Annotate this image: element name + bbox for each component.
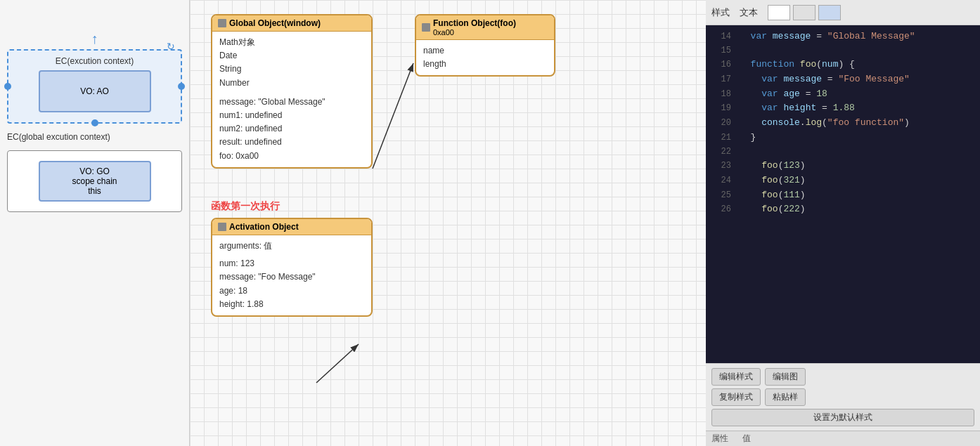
- line-number: 25: [710, 189, 731, 202]
- function-object-header: Function Object(foo) 0xa00: [416, 15, 554, 40]
- code-line: 20 console.log("foo function"): [706, 116, 980, 131]
- vo-go-line3: this: [44, 186, 146, 196]
- line-number: 26: [710, 203, 731, 216]
- bottom-bar: 属性 值: [706, 431, 980, 446]
- right-top-toolbar: 样式 文本: [706, 0, 980, 25]
- code-line: 15: [706, 44, 980, 58]
- global-object-header: Global Object(window): [212, 15, 371, 32]
- toolbar-row-2: 复制样式 粘贴样: [711, 388, 974, 406]
- color-swatch-light-gray[interactable]: [793, 5, 815, 20]
- line-number: 24: [710, 174, 731, 188]
- collapse-icon[interactable]: [218, 19, 226, 27]
- vo-ao-label: VO: AO: [80, 86, 109, 96]
- activation-object-node[interactable]: Activation Object arguments: 值 num: 123 …: [211, 218, 373, 317]
- line-number: 19: [710, 102, 731, 115]
- edit-diagram-button[interactable]: 编辑图: [765, 368, 806, 386]
- line-number: 22: [710, 145, 731, 159]
- line-number: 18: [710, 88, 731, 101]
- activation-object-header: Activation Object: [212, 219, 371, 235]
- code-editor: 14 var message = "Global Message"1516 fu…: [706, 25, 980, 363]
- code-line: 26 foo(222): [706, 202, 980, 217]
- arrow-up-icon: ↑: [91, 31, 98, 47]
- go-line-7: num2: undefined: [219, 122, 364, 136]
- code-text: var message = "Foo Message": [740, 72, 910, 87]
- global-object-body: Math对象 Date String Number message: "Glob…: [212, 32, 371, 167]
- svg-line-2: [316, 344, 359, 383]
- go-line-4: Number: [219, 77, 364, 90]
- right-bottom-toolbar: 编辑样式 编辑图 复制样式 粘贴样 设置为默认样式: [706, 363, 980, 431]
- line-number: 21: [710, 131, 731, 145]
- code-text: var height = 1.88: [740, 101, 855, 116]
- canvas-panel[interactable]: Global Object(window) Math对象 Date String…: [190, 0, 706, 446]
- line-number: 17: [710, 73, 731, 86]
- line-number: 16: [710, 58, 731, 72]
- copy-style-button[interactable]: 复制样式: [711, 388, 761, 406]
- attr-label: 属性: [711, 433, 728, 445]
- set-default-style-button[interactable]: 设置为默认样式: [711, 409, 974, 426]
- go-line-1: Math对象: [219, 36, 364, 49]
- ec-global-label: EC(global excution context): [7, 132, 182, 142]
- line-number: 15: [710, 44, 731, 58]
- vo-ao-box: VO: AO: [39, 70, 151, 112]
- activation-object-title: Activation Object: [229, 222, 299, 232]
- fo-line-1: name: [423, 44, 547, 58]
- style-label: 样式: [711, 6, 730, 19]
- dot-bottom: [91, 119, 98, 126]
- first-exec-label: 函数第一次执行: [211, 200, 280, 213]
- ec-context-box: ↑ ↻ EC(excution context) VO: AO: [7, 49, 182, 124]
- ao-line-2: num: 123: [219, 257, 364, 270]
- code-text: console.log("foo function"): [740, 116, 910, 131]
- go-line-5: message: "Global Message": [219, 96, 364, 109]
- code-line: 17 var message = "Foo Message": [706, 72, 980, 87]
- code-line: 24 foo(321): [706, 173, 980, 188]
- code-line: 19 var height = 1.88: [706, 101, 980, 116]
- code-line: 18 var age = 18: [706, 87, 980, 102]
- ec-global-box: VO: GO scope chain this: [7, 150, 182, 212]
- go-line-3: String: [219, 63, 364, 76]
- code-line: 16 function foo(num) {: [706, 58, 980, 72]
- toolbar-row-3: 设置为默认样式: [711, 409, 974, 426]
- function-object-body: name length: [416, 40, 554, 75]
- code-line: 25 foo(111): [706, 188, 980, 203]
- code-text: foo(123): [740, 159, 806, 173]
- toolbar-row-1: 编辑样式 编辑图: [711, 368, 974, 386]
- value-label: 值: [742, 433, 751, 445]
- vo-go-box: VO: GO scope chain this: [39, 161, 151, 202]
- code-line: 14 var message = "Global Message": [706, 29, 980, 44]
- text-label: 文本: [740, 6, 758, 19]
- activation-object-body: arguments: 值 num: 123 message: "Foo Mess…: [212, 235, 371, 315]
- left-panel: ↑ ↻ EC(excution context) VO: AO EC(globa…: [0, 0, 190, 446]
- go-line-9: foo: 0xa00: [219, 150, 364, 163]
- code-line: 22: [706, 145, 980, 159]
- global-object-title: Global Object(window): [229, 18, 321, 28]
- code-line: 23 foo(123): [706, 159, 980, 173]
- vo-go-line2: scope chain: [44, 176, 146, 186]
- function-object-title: Function Object(foo): [433, 18, 516, 28]
- function-object-subtitle: 0xa00: [433, 28, 516, 37]
- code-text: foo(321): [740, 173, 806, 188]
- vo-go-line1: VO: GO: [44, 166, 146, 176]
- svg-line-1: [373, 63, 413, 169]
- edit-style-button[interactable]: 编辑样式: [711, 368, 761, 386]
- code-text: foo(111): [740, 188, 806, 203]
- function-object-node[interactable]: Function Object(foo) 0xa00 name length: [415, 14, 555, 77]
- code-line: 21 }: [706, 131, 980, 145]
- global-object-node[interactable]: Global Object(window) Math对象 Date String…: [211, 14, 373, 169]
- ec-context-label: EC(excution context): [14, 56, 175, 66]
- color-swatch-light-blue[interactable]: [818, 5, 841, 20]
- right-panel: 样式 文本 14 var message = "Global Message"1…: [706, 0, 980, 446]
- line-number: 14: [710, 30, 731, 44]
- ao-line-1: arguments: 值: [219, 240, 364, 253]
- fo-collapse-icon[interactable]: [422, 23, 430, 32]
- line-number: 20: [710, 117, 731, 130]
- ao-collapse-icon[interactable]: [218, 223, 226, 231]
- code-text: var age = 18: [740, 87, 827, 102]
- ao-line-3: message: "Foo Message": [219, 270, 364, 284]
- paste-style-button[interactable]: 粘贴样: [765, 388, 806, 406]
- refresh-icon[interactable]: ↻: [167, 41, 175, 52]
- dot-left: [4, 83, 11, 90]
- go-line-6: num1: undefined: [219, 109, 364, 122]
- go-line-8: result: undefined: [219, 136, 364, 149]
- color-swatch-white[interactable]: [768, 5, 790, 20]
- go-line-2: Date: [219, 49, 364, 63]
